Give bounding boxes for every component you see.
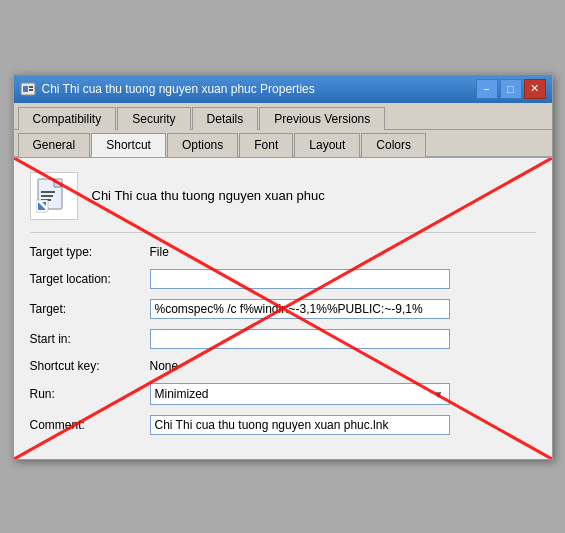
shortcut-file-icon <box>36 178 72 214</box>
svg-rect-7 <box>41 195 53 197</box>
shortcut-header: Chi Thi cua thu tuong nguyen xuan phuc <box>30 172 536 233</box>
tab-details[interactable]: Details <box>192 107 259 130</box>
svg-rect-1 <box>23 86 28 92</box>
label-target-type: Target type: <box>30 245 150 259</box>
tab-security[interactable]: Security <box>117 107 190 130</box>
shortcut-title: Chi Thi cua thu tuong nguyen xuan phuc <box>92 188 325 203</box>
tab-shortcut[interactable]: Shortcut <box>91 133 166 157</box>
field-row-run: Run: Normal window Minimized Maximized <box>30 383 536 405</box>
input-target-location[interactable] <box>150 269 450 289</box>
label-run: Run: <box>30 387 150 401</box>
svg-rect-6 <box>41 191 55 193</box>
field-row-target: Target: <box>30 299 536 319</box>
title-buttons: − □ ✕ <box>476 79 546 99</box>
properties-window: Chi Thi cua thu tuong nguyen xuan phuc P… <box>13 74 553 460</box>
label-target-location: Target location: <box>30 272 150 286</box>
input-start-in[interactable] <box>150 329 450 349</box>
tab-font[interactable]: Font <box>239 133 293 157</box>
field-row-shortcut-key: Shortcut key: None <box>30 359 536 373</box>
label-shortcut-key: Shortcut key: <box>30 359 150 373</box>
label-target: Target: <box>30 302 150 316</box>
field-row-target-location: Target location: <box>30 269 536 289</box>
label-comment: Comment: <box>30 418 150 432</box>
svg-rect-2 <box>29 86 33 88</box>
shortcut-icon-box <box>30 172 78 220</box>
field-row-target-type: Target type: File <box>30 245 536 259</box>
tab-previous-versions[interactable]: Previous Versions <box>259 107 385 130</box>
title-bar-left: Chi Thi cua thu tuong nguyen xuan phuc P… <box>20 81 315 97</box>
tab-compatibility[interactable]: Compatibility <box>18 107 117 130</box>
select-run[interactable]: Normal window Minimized Maximized <box>150 383 450 405</box>
minimize-button[interactable]: − <box>476 79 498 99</box>
tabs-row2: General Shortcut Options Font Layout Col… <box>14 130 552 158</box>
field-row-comment: Comment: <box>30 415 536 435</box>
label-start-in: Start in: <box>30 332 150 346</box>
input-target[interactable] <box>150 299 450 319</box>
window-icon <box>20 81 36 97</box>
tab-content: Chi Thi cua thu tuong nguyen xuan phuc T… <box>14 158 552 459</box>
input-comment[interactable] <box>150 415 450 435</box>
maximize-button[interactable]: □ <box>500 79 522 99</box>
close-button[interactable]: ✕ <box>524 79 546 99</box>
field-row-start-in: Start in: <box>30 329 536 349</box>
title-bar: Chi Thi cua thu tuong nguyen xuan phuc P… <box>14 75 552 103</box>
value-shortcut-key: None <box>150 359 179 373</box>
tabs-row1: Compatibility Security Details Previous … <box>14 103 552 130</box>
svg-rect-3 <box>29 89 33 91</box>
tab-options[interactable]: Options <box>167 133 238 157</box>
tab-layout[interactable]: Layout <box>294 133 360 157</box>
tab-general[interactable]: General <box>18 133 91 157</box>
tab-colors[interactable]: Colors <box>361 133 426 157</box>
window-title: Chi Thi cua thu tuong nguyen xuan phuc P… <box>42 82 315 96</box>
value-target-type: File <box>150 245 169 259</box>
run-select-wrapper: Normal window Minimized Maximized <box>150 383 450 405</box>
